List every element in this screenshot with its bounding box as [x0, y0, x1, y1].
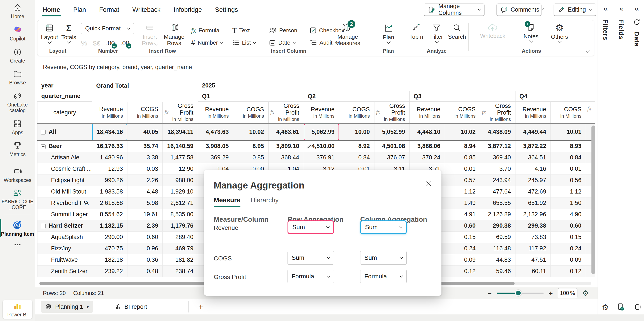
manage-columns-button[interactable]: Manage Columns — [424, 3, 484, 16]
top-n-button[interactable]: Top n — [406, 23, 426, 40]
col-group-quarter-q2[interactable]: Q2 — [304, 91, 410, 102]
table-cell[interactable]: 369.29 — [198, 152, 233, 163]
table-cell[interactable]: 4.91 — [445, 209, 480, 220]
row-header[interactable]: AquaSplash — [38, 232, 92, 243]
table-cell[interactable]: 368.44 — [268, 152, 304, 163]
col-agg-dropdown-revenue[interactable]: Sum — [360, 220, 407, 234]
plan-button[interactable]: Plan — [376, 23, 400, 43]
table-cell[interactable]: 5,062.99 — [304, 124, 339, 141]
sidebar-item-create[interactable]: Create — [0, 44, 35, 66]
zoom-slider-knob[interactable] — [515, 290, 522, 296]
formula-column-button[interactable]: fxFormula — [191, 27, 232, 34]
table-cell[interactable]: 35.74 — [128, 141, 163, 152]
table-cell[interactable]: 1,480.96 — [92, 152, 128, 163]
vertical-scrollbar-thumb[interactable] — [592, 126, 595, 274]
table-cell[interactable]: 10.02 — [233, 124, 268, 141]
table-cell[interactable]: 376.91 — [304, 152, 339, 163]
table-cell[interactable]: 0.01 — [445, 163, 480, 175]
measure-header[interactable]: Revenuein Millions — [198, 102, 233, 124]
row-header[interactable]: Beer — [38, 141, 92, 152]
row-header[interactable]: Artisan Ale — [38, 152, 92, 163]
menu-writeback[interactable]: Writeback — [132, 6, 161, 13]
col-group-year-2025[interactable]: 2025 — [198, 80, 596, 91]
table-cell[interactable]: 655.55 — [480, 197, 516, 209]
table-cell[interactable]: 12.90 — [163, 163, 198, 175]
power-bi-card[interactable]: Power BI — [3, 300, 32, 319]
editing-mode-button[interactable]: Editing — [554, 3, 596, 16]
table-cell[interactable]: 12.93 — [92, 163, 128, 175]
collapse-icon[interactable] — [41, 144, 46, 149]
table-cell[interactable]: 181.82 — [163, 254, 198, 266]
table-cell[interactable]: 1,477.58 — [163, 152, 198, 163]
table-cell[interactable]: 2,126.89 — [480, 209, 516, 220]
sidebar-item-onelake-catalog[interactable]: OneLake catalog — [0, 88, 35, 116]
table-cell[interactable]: 117.92 — [516, 243, 551, 254]
measure-header[interactable]: COGSin Millions — [233, 102, 268, 124]
table-cell[interactable]: 0.36 — [128, 254, 163, 266]
table-cell[interactable]: 19.61 — [128, 209, 163, 220]
table-cell[interactable]: 988.00 — [163, 175, 198, 186]
table-cell[interactable]: 3.38 — [128, 152, 163, 163]
col-agg-dropdown-gross-profit[interactable]: Formula — [360, 270, 407, 283]
col-group-quarter-q3[interactable]: Q3 — [410, 91, 515, 102]
table-cell[interactable]: 4,448.10 — [410, 124, 445, 141]
table-cell[interactable]: 3,886.06 — [410, 141, 445, 152]
table-cell[interactable]: 0.84 — [551, 152, 586, 163]
sidebar-item-more[interactable] — [0, 239, 35, 250]
comments-button[interactable]: Comments — [496, 3, 542, 16]
sidebar-item-planning-item[interactable]: STGPlanning Item — [0, 217, 35, 239]
table-cell[interactable]: 4,501.08 — [374, 141, 410, 152]
table-cell[interactable]: 8.95 — [233, 141, 268, 152]
add-sheet-button[interactable]: + — [195, 301, 207, 313]
increase-decimal-icon[interactable]: .00→ — [120, 40, 129, 47]
table-cell[interactable]: 4.16 — [516, 163, 551, 175]
table-cell[interactable]: 0.56 — [551, 175, 586, 186]
table-cell[interactable]: 8.93 — [551, 141, 586, 152]
sidebar-item-fabric-coe-core[interactable]: FABRIC_COE _CORE — [0, 186, 35, 213]
table-cell[interactable]: 376.07 — [374, 152, 410, 163]
table-cell[interactable]: 289.40 — [163, 232, 198, 243]
dialog-tab-hierarchy[interactable]: Hierarchy — [250, 196, 278, 204]
table-cell[interactable]: 2,132.96 — [516, 209, 551, 220]
table-cell[interactable]: 0.60 — [551, 220, 586, 232]
table-cell[interactable]: 4,438.09 — [480, 124, 516, 141]
expand-pane-icon[interactable]: » — [619, 6, 624, 13]
table-cell[interactable]: 5.98 — [128, 197, 163, 209]
table-cell[interactable]: 8.94 — [445, 141, 480, 152]
col-group-quarter-q4[interactable]: Q4 — [516, 91, 596, 102]
sidebar-item-browse[interactable]: Browse — [0, 66, 35, 88]
table-cell[interactable]: 1,179.76 — [163, 220, 198, 232]
table-cell[interactable]: 0.24 — [445, 243, 480, 254]
table-cell[interactable]: 470.75 — [92, 243, 128, 254]
measure-header[interactable]: COGSin Millions — [445, 102, 480, 124]
refresh-icon[interactable] — [633, 18, 640, 26]
menu-plan[interactable]: Plan — [73, 6, 86, 13]
table-cell[interactable]: 182.18 — [92, 254, 128, 266]
tab-bi-report[interactable]: BI report — [112, 301, 150, 313]
measure-header[interactable]: Revenuein Millions — [516, 102, 551, 124]
table-cell[interactable]: 0.03 — [128, 163, 163, 175]
right-pane-fields[interactable]: »Fields — [613, 0, 629, 299]
sidebar-item-copilot[interactable]: Copilot — [0, 22, 35, 44]
row-header[interactable]: FizzJoy — [38, 243, 92, 254]
table-cell[interactable]: 0.48 — [128, 266, 163, 277]
table-cell[interactable]: 4,449.44 — [516, 124, 551, 141]
table-cell[interactable]: 0.24 — [551, 243, 586, 254]
table-cell[interactable]: 47.51 — [516, 254, 551, 266]
table-cell[interactable]: 69.59 — [480, 232, 516, 243]
collapse-icon[interactable] — [41, 224, 46, 228]
row-header[interactable]: FruitWave — [38, 254, 92, 266]
table-cell[interactable]: 40.05 — [128, 124, 163, 141]
dialog-close-button[interactable] — [424, 179, 434, 188]
table-cell[interactable]: 245.97 — [516, 175, 551, 186]
zoom-level-value[interactable]: 100 % — [558, 288, 578, 298]
list-column-button[interactable]: List — [232, 39, 269, 46]
collapse-icon[interactable] — [41, 130, 46, 135]
table-cell[interactable]: 0.60 — [445, 220, 480, 232]
measure-header[interactable]: fxGross Profitin Millions — [268, 102, 304, 124]
date-column-button[interactable]: Date — [269, 39, 310, 46]
col-group-grand-total[interactable]: Grand Total — [92, 80, 198, 102]
table-cell[interactable]: 651.92 — [516, 197, 551, 209]
table-cell[interactable]: 290.38 — [480, 220, 516, 232]
table-cell[interactable]: 0.01 — [551, 163, 586, 175]
